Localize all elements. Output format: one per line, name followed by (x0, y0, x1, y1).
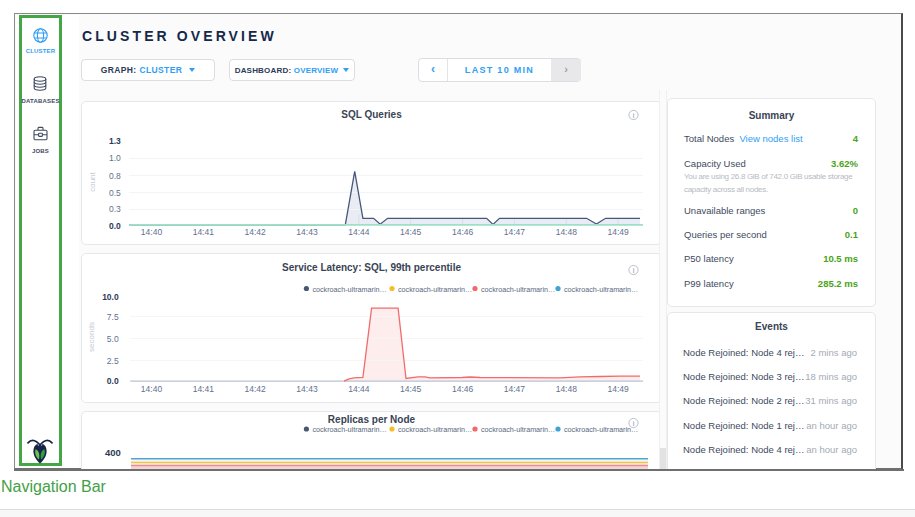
svg-text:14:43: 14:43 (296, 227, 318, 237)
svg-text:2.5: 2.5 (107, 356, 119, 366)
svg-text:1.3: 1.3 (109, 136, 121, 146)
svg-text:14:47: 14:47 (504, 227, 526, 237)
svg-text:14:41: 14:41 (193, 384, 215, 394)
svg-text:0.3: 0.3 (109, 204, 121, 214)
svg-text:seconds: seconds (87, 322, 96, 352)
svg-text:0.5: 0.5 (109, 188, 121, 198)
svg-text:cockroach-ultramarin…: cockroach-ultramarin… (398, 285, 472, 294)
svg-text:14:45: 14:45 (400, 227, 422, 237)
svg-text:0.0: 0.0 (109, 221, 121, 231)
svg-text:5.0: 5.0 (107, 334, 119, 344)
svg-text:14:45: 14:45 (400, 384, 422, 394)
svg-text:14:48: 14:48 (556, 227, 578, 237)
svg-text:14:40: 14:40 (141, 227, 163, 237)
svg-text:cockroach-ultramarin…: cockroach-ultramarin… (398, 425, 472, 434)
svg-text:10.0: 10.0 (102, 292, 119, 302)
svg-text:cockroach-ultramarin…: cockroach-ultramarin… (312, 425, 386, 434)
svg-text:count: count (88, 171, 97, 191)
svg-text:14:41: 14:41 (193, 227, 215, 237)
svg-text:0.8: 0.8 (109, 171, 121, 181)
svg-text:14:40: 14:40 (141, 384, 163, 394)
svg-text:14:48: 14:48 (556, 384, 578, 394)
svg-text:14:46: 14:46 (452, 227, 474, 237)
svg-text:14:49: 14:49 (607, 227, 629, 237)
svg-text:cockroach-ultramarin…: cockroach-ultramarin… (564, 425, 638, 434)
svg-text:14:42: 14:42 (245, 227, 267, 237)
svg-text:14:44: 14:44 (348, 227, 370, 237)
svg-text:cockroach-ultramarin…: cockroach-ultramarin… (481, 285, 555, 294)
svg-text:14:42: 14:42 (245, 384, 267, 394)
svg-text:0.0: 0.0 (107, 376, 119, 386)
svg-text:i: i (633, 266, 635, 275)
svg-text:cockroach-ultramarin…: cockroach-ultramarin… (312, 285, 386, 294)
svg-text:1.0: 1.0 (109, 153, 121, 163)
svg-text:14:49: 14:49 (607, 384, 629, 394)
svg-text:i: i (633, 111, 635, 120)
svg-text:14:43: 14:43 (296, 384, 318, 394)
svg-text:400: 400 (105, 447, 121, 458)
svg-text:14:47: 14:47 (504, 384, 526, 394)
svg-text:cockroach-ultramarin…: cockroach-ultramarin… (481, 425, 555, 434)
svg-text:7.5: 7.5 (107, 312, 119, 322)
svg-text:cockroach-ultramarin…: cockroach-ultramarin… (564, 285, 638, 294)
svg-text:14:46: 14:46 (452, 384, 474, 394)
svg-text:14:44: 14:44 (348, 384, 370, 394)
